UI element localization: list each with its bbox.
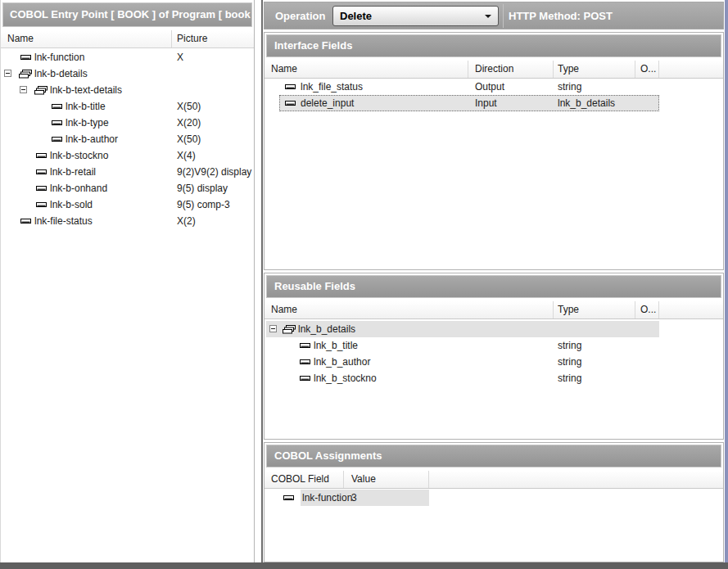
operation-toolbar: Operation Delete HTTP Method: POST xyxy=(264,2,724,29)
collapse-icon[interactable] xyxy=(269,325,277,332)
cobol-assignments-panel: COBOL Assignments COBOL Field Value lnk-… xyxy=(264,442,724,562)
field-icon xyxy=(35,201,47,209)
cobol-assignments-header: COBOL Field Value xyxy=(265,471,723,489)
tree-item-label: lnk-b-details xyxy=(34,68,88,79)
interface-field-row-selected[interactable]: delete_input Input lnk_b_details xyxy=(265,95,723,111)
picture-value: X(50) xyxy=(177,133,201,145)
tree-row[interactable]: lnk-b-stockno X(4) xyxy=(1,147,254,164)
tree-item-label: lnk-b-onhand xyxy=(50,183,107,194)
tree-row[interactable]: lnk-b-sold 9(5) comp-3 xyxy=(1,196,254,213)
picture-value: X(50) xyxy=(177,101,201,112)
tree-row[interactable]: lnk-b-details xyxy=(1,65,254,82)
group-icon xyxy=(19,69,33,79)
field-type: string xyxy=(558,373,581,384)
assignment-value: 3 xyxy=(351,492,357,504)
column-divider xyxy=(468,61,468,78)
interface-fields-header: Name Direction Type O... xyxy=(265,61,723,79)
field-icon xyxy=(51,102,63,111)
window-right-edge xyxy=(725,0,728,569)
field-icon xyxy=(284,83,296,91)
field-direction: Output xyxy=(475,81,504,93)
reusable-field-row[interactable]: lnk_b_title string xyxy=(265,337,723,354)
tree-column-header: Name Picture xyxy=(1,30,254,48)
reusable-fields-title: Reusable Fields xyxy=(266,275,721,298)
field-icon xyxy=(20,53,32,61)
column-name: Name xyxy=(7,33,34,44)
reusable-field-row[interactable]: lnk_b_author string xyxy=(265,354,723,370)
field-name: lnk_b_stockno xyxy=(314,373,377,384)
field-name: lnk_b_author xyxy=(314,356,370,368)
operation-selected-value: Delete xyxy=(340,10,372,22)
interface-fields-title: Interface Fields xyxy=(266,34,721,57)
tree-item-label: lnk-b-stockno xyxy=(50,150,108,161)
column-name: Name xyxy=(271,63,297,75)
column-divider xyxy=(171,30,172,47)
field-name: lnk_file_status xyxy=(301,81,363,93)
http-method-label: HTTP Method: POST xyxy=(509,10,613,22)
tree-item-label: lnk-b-sold xyxy=(50,199,93,210)
tree-item-label: lnk-file-status xyxy=(34,215,93,227)
picture-value: 9(5) display xyxy=(177,183,228,194)
cobol-assignment-row[interactable]: lnk-function 3 xyxy=(265,490,723,506)
column-divider xyxy=(553,301,554,318)
tree-row[interactable]: lnk-b-text-details xyxy=(1,82,254,98)
field-icon xyxy=(51,119,63,127)
field-icon xyxy=(20,217,32,225)
tree-item-label: lnk-b-retail xyxy=(50,166,96,178)
picture-value: X(20) xyxy=(177,117,201,129)
field-name: delete_input xyxy=(301,97,354,109)
field-direction: Input xyxy=(475,97,497,109)
column-divider xyxy=(658,61,659,78)
column-value: Value xyxy=(351,473,376,485)
tree-row[interactable]: lnk-file-status X(2) xyxy=(1,213,254,229)
tree-row[interactable]: lnk-b-retail 9(2)V9(2) display xyxy=(1,164,254,180)
field-icon xyxy=(35,184,47,192)
cobol-entry-point-title: COBOL Entry Point [ BOOK ] of Program [ … xyxy=(2,2,252,27)
operation-dropdown[interactable]: Delete xyxy=(332,6,499,26)
column-divider xyxy=(635,301,635,318)
collapse-icon[interactable] xyxy=(4,70,11,77)
field-icon xyxy=(299,341,311,350)
column-divider xyxy=(428,471,429,488)
field-icon xyxy=(284,99,296,107)
cobol-assignments-title: COBOL Assignments xyxy=(266,445,721,467)
tree-item-label: lnk-function xyxy=(34,52,84,63)
reusable-field-row[interactable]: lnk_b_stockno string xyxy=(265,370,723,386)
field-icon xyxy=(35,168,47,176)
dropdown-arrow-icon xyxy=(485,15,491,18)
operation-label: Operation xyxy=(275,10,325,22)
tree-item-label: lnk-b-title xyxy=(66,101,106,112)
window-bottom-edge xyxy=(0,562,728,569)
column-divider xyxy=(658,301,659,318)
group-icon xyxy=(283,324,296,334)
assignment-field: lnk-function xyxy=(302,492,352,504)
interface-fields-panel: Interface Fields Name Direction Type O..… xyxy=(264,32,724,270)
reusable-field-row-selected[interactable]: lnk_b_details xyxy=(265,321,723,337)
column-divider xyxy=(635,61,635,78)
field-icon xyxy=(51,135,63,143)
group-icon xyxy=(34,85,48,95)
picture-value: 9(2)V9(2) display xyxy=(177,166,251,178)
field-icon xyxy=(299,374,311,382)
interface-field-row[interactable]: lnk_file_status Output string xyxy=(265,79,723,95)
field-icon xyxy=(299,358,311,366)
column-occurs: O... xyxy=(640,63,656,75)
picture-value: X(4) xyxy=(177,150,196,161)
tree-row[interactable]: lnk-b-author X(50) xyxy=(1,131,254,147)
toolbar-divider xyxy=(503,4,504,28)
collapse-icon[interactable] xyxy=(20,86,27,93)
tree-item-label: lnk-b-text-details xyxy=(50,84,122,96)
column-divider xyxy=(553,61,554,78)
tree-row[interactable]: lnk-b-type X(20) xyxy=(1,115,254,131)
field-type: lnk_b_details xyxy=(558,97,615,109)
column-picture: Picture xyxy=(177,33,207,44)
cobol-entry-point-panel: COBOL Entry Point [ BOOK ] of Program [ … xyxy=(0,0,255,562)
column-direction: Direction xyxy=(475,63,513,75)
picture-value: 9(5) comp-3 xyxy=(177,199,230,210)
field-name: lnk_b_title xyxy=(314,340,358,351)
field-type: string xyxy=(558,340,581,351)
tree-row[interactable]: lnk-b-onhand 9(5) display xyxy=(1,180,254,196)
tree-row[interactable]: lnk-b-title X(50) xyxy=(1,98,254,115)
splitter-line xyxy=(261,0,263,562)
tree-row[interactable]: lnk-function X xyxy=(1,49,254,65)
